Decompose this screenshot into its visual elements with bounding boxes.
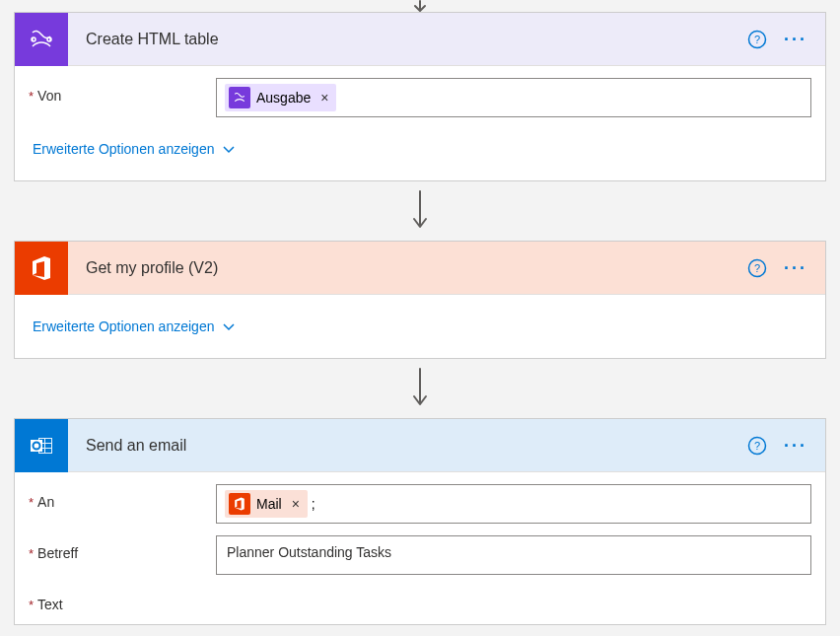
token-ausgabe[interactable]: Ausgabe ×: [225, 84, 336, 111]
field-row-an: * An Mail × ;: [29, 484, 811, 524]
card-body: * An Mail × ; * Betreff Planner Outstand…: [15, 472, 825, 624]
label-text: Betreff: [37, 545, 78, 561]
outlook-icon: [15, 419, 68, 472]
card-body: Erweiterte Optionen anzeigen: [15, 295, 825, 358]
label-text: Text: [37, 597, 63, 612]
card-title: Get my profile (V2): [68, 259, 746, 277]
help-icon[interactable]: ?: [746, 435, 768, 457]
show-advanced-options-link[interactable]: Erweiterte Optionen anzeigen: [29, 129, 236, 169]
svg-rect-10: [45, 444, 51, 448]
help-icon[interactable]: ?: [746, 257, 768, 279]
token-mail[interactable]: Mail ×: [225, 490, 308, 518]
more-menu-icon[interactable]: ···: [780, 257, 811, 279]
remove-token-icon[interactable]: ×: [320, 90, 328, 106]
more-menu-icon[interactable]: ···: [780, 435, 811, 457]
chevron-down-icon: [222, 319, 236, 333]
card-send-an-email: Send an email ? ··· * An Mail × ;: [14, 418, 826, 625]
label-text: An: [37, 494, 54, 510]
required-marker: *: [29, 598, 34, 612]
betreff-input[interactable]: Planner Outstanding Tasks: [216, 535, 811, 575]
label-text: Von: [37, 88, 61, 104]
card-create-html-table: Create HTML table ? ··· * Von Ausgabe ×: [14, 12, 826, 181]
link-text: Erweiterte Optionen anzeigen: [33, 141, 214, 157]
svg-text:?: ?: [754, 262, 760, 274]
card-title: Create HTML table: [68, 31, 746, 48]
an-input[interactable]: Mail × ;: [216, 484, 811, 524]
field-row-text: * Text: [29, 587, 811, 612]
remove-token-icon[interactable]: ×: [292, 496, 300, 512]
flow-arrow: [14, 359, 826, 418]
flow-arrow: [14, 181, 826, 241]
card-header[interactable]: Send an email ? ···: [15, 419, 825, 472]
required-marker: *: [29, 546, 34, 561]
card-header[interactable]: Create HTML table ? ···: [15, 13, 825, 66]
card-body: * Von Ausgabe × Erweiterte Optionen anze…: [15, 66, 825, 180]
card-title: Send an email: [68, 437, 746, 455]
svg-rect-12: [45, 449, 51, 453]
field-label: * Betreff: [29, 535, 216, 561]
office-365-icon: [229, 493, 250, 515]
more-menu-icon[interactable]: ···: [780, 29, 811, 50]
required-marker: *: [29, 89, 34, 104]
token-label: Ausgabe: [256, 90, 311, 106]
svg-rect-8: [45, 439, 51, 443]
token-label: Mail: [256, 496, 282, 512]
help-icon[interactable]: ?: [746, 29, 768, 50]
an-extra-text: ;: [312, 496, 315, 512]
card-header[interactable]: Get my profile (V2) ? ···: [15, 242, 825, 295]
svg-text:?: ?: [754, 34, 760, 45]
field-label: * Von: [29, 78, 216, 104]
link-text: Erweiterte Optionen anzeigen: [33, 318, 214, 334]
office-365-icon: [15, 242, 68, 295]
required-marker: *: [29, 495, 34, 510]
svg-text:?: ?: [754, 440, 760, 452]
show-advanced-options-link[interactable]: Erweiterte Optionen anzeigen: [29, 307, 236, 346]
data-operations-icon: [15, 13, 68, 66]
field-row-von: * Von Ausgabe ×: [29, 78, 811, 117]
field-label: * An: [29, 484, 216, 510]
chevron-down-icon: [222, 142, 236, 156]
field-label: * Text: [29, 587, 216, 612]
data-operations-icon: [229, 87, 250, 108]
card-get-my-profile: Get my profile (V2) ? ··· Erweiterte Opt…: [14, 241, 826, 359]
von-input[interactable]: Ausgabe ×: [216, 78, 811, 117]
field-row-betreff: * Betreff Planner Outstanding Tasks: [29, 535, 811, 575]
